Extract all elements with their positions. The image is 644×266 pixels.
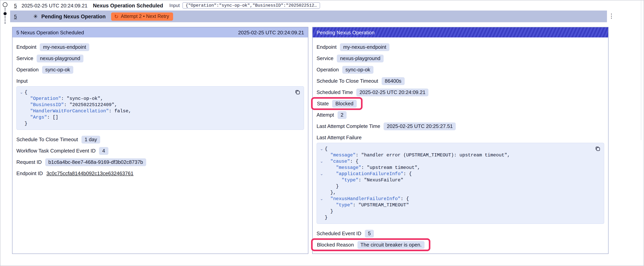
json-content: ⌄{ "Operation": "sync-op-ok", "BusinessI… — [18, 89, 292, 127]
event-row-scheduled[interactable]: 5 2025-02-25 UTC 20:24:09.21 Nexus Opera… — [0, 1, 644, 11]
timeline-dotted-line — [5, 16, 6, 24]
timeline-rail — [2, 2, 8, 24]
panel-title: Pending Nexus Operation — [316, 30, 375, 35]
field-value-badge: 4 — [99, 147, 108, 155]
collapse-caret-icon — [318, 208, 325, 214]
field-value-badge: my-nexus-endpoint — [340, 43, 390, 51]
collapse-caret-icon — [18, 102, 24, 108]
state-badge: Blocked — [332, 100, 357, 107]
collapse-caret-icon[interactable]: ⌄ — [318, 196, 325, 202]
field-value-badge: 2 — [338, 111, 346, 119]
collapse-caret-icon — [18, 96, 24, 102]
field-service: Service nexus-playground — [16, 53, 304, 64]
event-timestamp: 2025-02-25 UTC 20:24:09.21 — [22, 3, 87, 9]
field-value-badge: 2025-02-25 UTC 20:25:27.51 — [384, 122, 456, 130]
field-value-badge: 86400s — [382, 77, 404, 85]
failure-section-label: Last Attempt Failure — [316, 133, 604, 141]
field-label: Scheduled Time — [316, 89, 353, 95]
field-value-badge: sync-op-ok — [342, 66, 373, 74]
scroll-divider — [641, 1, 641, 140]
timeline-dot-marker-icon — [4, 12, 7, 15]
collapse-caret-icon — [18, 114, 24, 121]
field-value-badge: b1c6a4bc-8ee7-468a-9169-df3b02c8737b — [45, 158, 146, 166]
event-id-link[interactable]: 5 — [14, 3, 17, 9]
field-label: Service — [16, 55, 33, 61]
collapse-caret-icon[interactable]: ⌄ — [318, 171, 325, 177]
panel-timestamp: 2025-02-25 UTC 20:24:09.21 — [238, 30, 304, 35]
json-content: ⌄{ "message": "handler error (UPSTREAM_T… — [318, 146, 592, 221]
collapse-caret-icon[interactable]: ⌄ — [18, 89, 24, 96]
field-label: Operation — [16, 67, 38, 73]
input-section-label: Input — [16, 77, 304, 85]
field-label: Workflow Task Completed Event ID — [16, 148, 96, 154]
event-input-preview[interactable]: {"Operation":"sync-op-ok","BusinessID":"… — [182, 2, 320, 9]
field-last-attempt-complete-time: Last Attempt Complete Time 2025-02-25 UT… — [316, 121, 604, 132]
field-schedule-to-close-timeout: Schedule To Close Timeout 86400s — [316, 75, 604, 87]
event-id-link[interactable]: 5 — [14, 14, 17, 19]
field-workflow-task-completed-event-id: Workflow Task Completed Event ID 4 — [16, 145, 304, 156]
field-service: Service nexus-playground — [316, 53, 604, 64]
event-detail-panels: 5 Nexus Operation Scheduled 2025-02-25 U… — [12, 27, 644, 254]
pending-operation-panel: Pending Nexus Operation Endpoint my-nexu… — [312, 27, 608, 254]
blocked-reason-badge: The circuit breaker is open. — [357, 241, 425, 249]
collapse-caret-icon — [318, 177, 325, 183]
copy-icon[interactable] — [295, 89, 300, 95]
failure-json-viewer: ⌄{ "message": "handler error (UPSTREAM_T… — [316, 143, 604, 224]
collapse-caret-icon — [318, 183, 325, 190]
event-title: Nexus Operation Scheduled — [93, 3, 163, 9]
retry-badge: ↻ Attempt 2 • Next Retry — [111, 12, 173, 21]
collapse-caret-icon — [318, 165, 325, 171]
field-endpoint-id: Endpoint ID 3c0c75ccfa8144b092c13ce63246… — [16, 168, 304, 179]
scheduled-event-panel: 5 Nexus Operation Scheduled 2025-02-25 U… — [12, 27, 308, 254]
retry-icon: ↻ — [114, 14, 118, 19]
field-label: Schedule To Close Timeout — [16, 137, 78, 142]
field-label: Operation — [316, 67, 339, 73]
timeline-circle-marker-icon — [3, 2, 8, 7]
event-history-view: 5 2025-02-25 UTC 20:24:09.21 Nexus Opera… — [0, 0, 644, 266]
endpoint-id-link[interactable]: 3c0c75ccfa8144b092c13ce632463761 — [46, 170, 134, 176]
field-value-badge: nexus-playground — [337, 54, 384, 62]
collapse-caret-icon — [318, 190, 325, 196]
field-value-badge: 2025-02-25 UTC 20:24:09.21 — [356, 88, 428, 96]
pending-event-title: Pending Nexus Operation — [41, 14, 106, 19]
collapse-caret-icon[interactable]: ⌄ — [318, 146, 325, 152]
field-label: Endpoint — [316, 44, 336, 50]
field-value-badge: my-nexus-endpoint — [40, 43, 89, 51]
field-endpoint: Endpoint my-nexus-endpoint — [316, 41, 604, 53]
field-request-id: Request ID b1c6a4bc-8ee7-468a-9169-df3b0… — [16, 156, 304, 168]
field-label: Service — [316, 55, 334, 61]
field-label: Schedule To Close Timeout — [316, 78, 378, 84]
copy-icon[interactable] — [595, 146, 600, 151]
collapse-caret-icon — [318, 214, 325, 221]
field-label: Blocked Reason — [317, 242, 354, 248]
field-operation: Operation sync-op-ok — [316, 64, 604, 75]
pending-asterisk-icon: ✳ — [33, 13, 38, 20]
scheduled-panel-header: 5 Nexus Operation Scheduled 2025-02-25 U… — [12, 27, 308, 38]
collapse-caret-icon — [318, 152, 325, 158]
field-label: Request ID — [16, 159, 42, 165]
field-scheduled-event-id: Scheduled Event ID 5 — [316, 228, 604, 239]
field-operation: Operation sync-op-ok — [16, 64, 304, 75]
kebab-menu-icon[interactable]: ⋮ — [608, 12, 614, 20]
field-label: Endpoint — [16, 44, 36, 50]
field-value-badge: nexus-playground — [37, 54, 84, 62]
field-state: State Blocked — [311, 97, 362, 110]
event-row-pending[interactable]: 5 ✳ Pending Nexus Operation ↻ Attempt 2 … — [10, 11, 607, 22]
field-blocked-reason: Blocked Reason The circuit breaker is op… — [311, 238, 430, 251]
field-endpoint: Endpoint my-nexus-endpoint — [16, 41, 304, 53]
field-label: Scheduled Event ID — [316, 230, 361, 236]
field-value-badge: 1 day — [82, 136, 100, 143]
input-chip-label: Input — [170, 3, 180, 8]
collapse-caret-icon — [18, 121, 24, 127]
field-value-badge: 5 — [365, 229, 374, 237]
field-value-badge: sync-op-ok — [42, 66, 73, 74]
field-label: Endpoint ID — [16, 170, 43, 176]
field-attempt: Attempt 2 — [316, 109, 604, 121]
panel-title: 5 Nexus Operation Scheduled — [16, 30, 84, 35]
field-label: Attempt — [316, 112, 334, 118]
collapse-caret-icon[interactable]: ⌄ — [318, 158, 325, 165]
field-label: Last Attempt Complete Time — [316, 123, 380, 129]
collapse-caret-icon — [18, 108, 24, 114]
field-label: State — [317, 101, 329, 107]
collapse-caret-icon — [318, 202, 325, 208]
